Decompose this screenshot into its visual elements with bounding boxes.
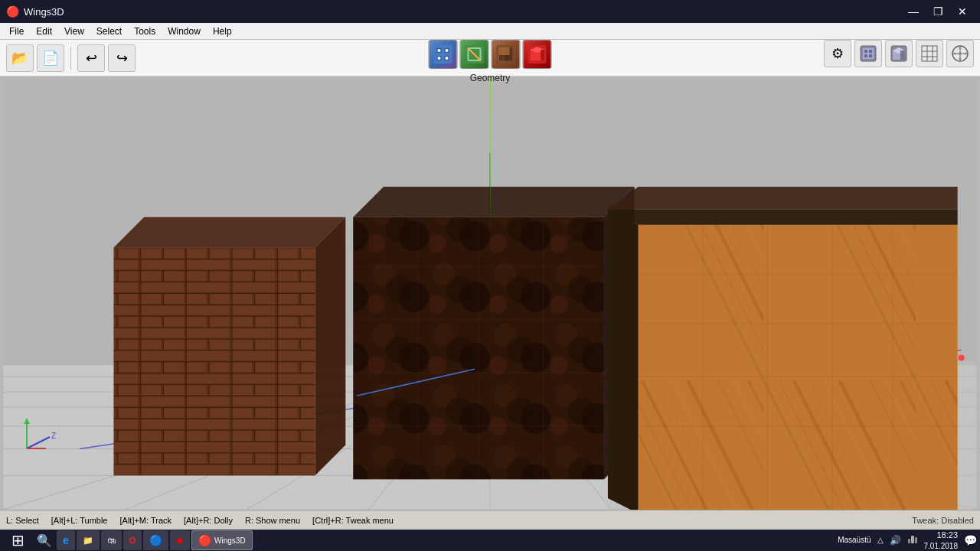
geometry-label: Geometry [470,73,511,83]
view-front-button[interactable] [854,40,882,67]
object-mode-button[interactable] [523,40,552,69]
svg-rect-93 [113,247,315,475]
taskbar-left: ⊞ 🔍 e 📁 🛍 O 🔵 ● 🔴 Wings3D [3,530,253,550]
volume-icon[interactable]: 🔊 [890,535,901,546]
start-button[interactable]: ⊞ [3,530,32,550]
svg-line-124 [27,437,50,448]
maximize-button[interactable]: ❐ [926,4,949,19]
menu-item-select[interactable]: Select [90,24,128,38]
track-status: [Alt]+M: Track [120,516,172,525]
chat-icon[interactable]: 💬 [964,534,977,546]
desktop-label: Masaüstü [838,536,871,544]
menu-item-view[interactable]: View [58,24,90,38]
toolbar-separator [70,47,71,70]
svg-marker-109 [608,210,958,225]
svg-marker-97 [353,187,634,217]
svg-point-6 [446,49,449,52]
taskbar: ⊞ 🔍 e 📁 🛍 O 🔵 ● 🔴 Wings3D Masaüstü [0,530,980,551]
menu-item-window[interactable]: Window [162,24,207,38]
svg-rect-0 [434,45,452,64]
svg-rect-22 [864,50,867,53]
svg-marker-111 [608,210,639,510]
dolly-status: [Alt]+R: Dolly [184,516,233,525]
svg-point-40 [965,53,967,55]
time-date: 18:23 7.01.2018 [924,530,959,550]
svg-rect-24 [864,54,867,57]
title-bar-left: 🔴 Wings3D [6,5,64,18]
axis-button[interactable] [946,40,974,67]
undo-button[interactable]: ↩ [77,44,105,72]
svg-text:Z: Z [51,432,56,440]
svg-marker-95 [315,217,346,476]
svg-rect-128 [908,539,910,543]
svg-marker-110 [608,187,958,210]
menu-item-help[interactable]: Help [207,24,238,38]
viewport[interactable]: Z Z [0,77,980,510]
store-button[interactable]: 🛍 [101,530,122,550]
new-file-button[interactable]: 📄 [37,44,64,72]
opera-button[interactable]: O [123,530,142,550]
record-button[interactable]: ● [170,530,190,550]
close-button[interactable]: ✕ [951,4,974,19]
axis-indicator: Z [15,410,54,448]
settings-button[interactable]: ⚙ [824,40,851,67]
svg-marker-19 [541,50,544,60]
svg-rect-23 [869,50,872,53]
notify-chevron[interactable]: △ [877,536,884,544]
chrome-button[interactable]: 🔵 [143,530,168,550]
explorer-button[interactable]: 📁 [77,530,100,550]
app-title: Wings3D [24,6,64,18]
svg-rect-129 [915,537,917,543]
menu-item-file[interactable]: File [3,24,30,38]
svg-point-38 [959,52,962,55]
svg-rect-108 [639,225,958,510]
show-menu-status: R: Show menu [245,516,300,525]
select-status: L: Select [6,516,39,525]
svg-marker-123 [24,418,30,424]
time-display: 18:23 [924,530,959,540]
svg-point-41 [959,47,962,50]
svg-point-39 [954,53,956,55]
svg-rect-127 [911,536,914,543]
face-mode-button[interactable] [492,40,521,69]
title-bar: 🔴 Wings3D — ❐ ✕ [0,0,980,23]
right-toolbar: ⚙ [824,40,974,67]
svg-point-5 [438,49,441,52]
svg-marker-29 [900,51,905,60]
svg-rect-15 [499,47,510,55]
svg-point-42 [959,58,962,60]
tweak-disabled-badge: Tweak: Disabled [912,516,974,525]
svg-point-120 [959,354,965,360]
network-icon[interactable] [907,534,918,546]
vertex-mode-button[interactable] [429,40,458,69]
tumble-status: [Alt]+L: Tumble [51,516,108,525]
grid-button[interactable] [916,40,943,67]
svg-marker-94 [113,217,345,248]
edge-button[interactable]: e [57,530,75,550]
view-3d-button[interactable] [885,40,913,67]
svg-rect-30 [922,46,937,61]
svg-rect-25 [869,54,872,57]
open-folder-button[interactable]: 📂 [6,44,34,72]
minimize-button[interactable]: — [902,4,925,19]
menu-item-tools[interactable]: Tools [128,24,162,38]
redo-button[interactable]: ↪ [108,44,136,72]
wings3d-taskbar-button[interactable]: 🔴 Wings3D [191,530,253,550]
search-button[interactable]: 🔍 [34,530,55,550]
title-controls: — ❐ ✕ [902,4,974,19]
status-bar: L: Select [Alt]+L: Tumble [Alt]+M: Track… [0,510,980,530]
menu-bar: FileEditViewSelectToolsWindowHelp [0,23,980,40]
date-display: 7.01.2018 [924,541,959,551]
app-icon: 🔴 [6,5,19,18]
taskbar-right: Masaüstü △ 🔊 18:23 7.01.2018 💬 [838,530,977,550]
edge-mode-button[interactable] [460,40,489,69]
tweak-menu-status: [Ctrl]+R: Tweak menu [312,516,394,525]
menu-item-edit[interactable]: Edit [30,24,58,38]
mode-toolbar [429,40,552,69]
svg-point-8 [446,57,449,60]
svg-point-7 [438,57,441,60]
